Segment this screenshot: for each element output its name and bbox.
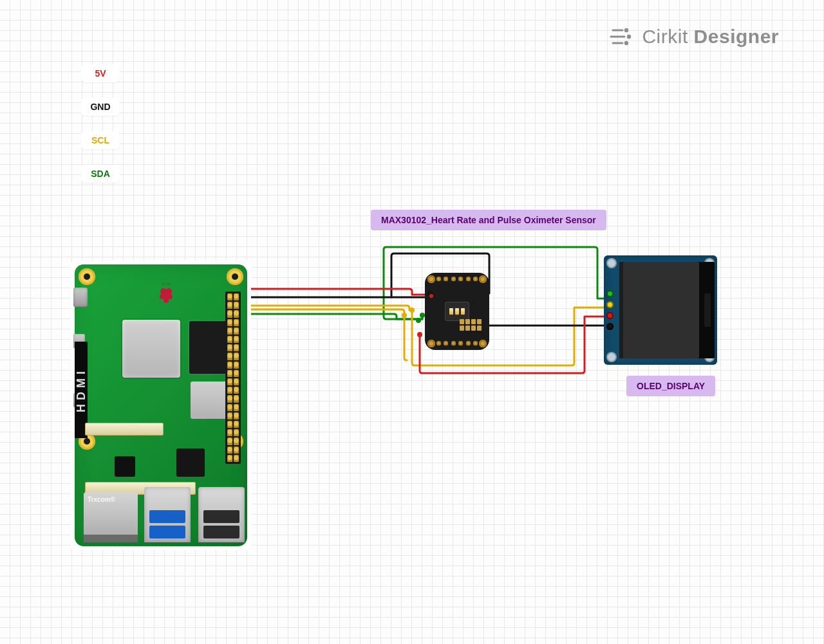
header-pads-bottom [436, 341, 478, 346]
mount-hole-icon [606, 352, 617, 362]
mount-hole-icon [79, 268, 95, 285]
oled-pin-gnd [608, 324, 612, 329]
oled-pin-header [608, 291, 612, 329]
svg-point-7 [167, 294, 173, 299]
raspberry-logo-icon [157, 281, 175, 306]
svg-point-8 [164, 298, 169, 303]
svg-point-1 [627, 35, 631, 39]
legend-gnd: GND [81, 98, 120, 116]
io-chip-icon [176, 448, 205, 477]
svg-point-15 [417, 332, 422, 337]
raspberry-pi-5[interactable]: HDMI [71, 261, 251, 550]
mount-hole-icon [227, 268, 243, 285]
usb3-port-icon [144, 487, 191, 542]
smd-components-icon [460, 319, 482, 331]
usb-c-port-icon [73, 288, 88, 307]
brand-watermark: Cirkit Designer [610, 26, 779, 48]
header-pads-top [436, 277, 478, 282]
label-oled[interactable]: OLED_DISPLAY [626, 376, 715, 396]
oled-display[interactable] [604, 255, 717, 365]
svg-point-12 [402, 313, 407, 318]
svg-point-6 [160, 294, 165, 299]
svg-point-13 [420, 313, 425, 318]
ethernet-port-icon [84, 492, 138, 542]
diagram-canvas[interactable]: Cirkit Designer 5V GND SCL SDA [0, 0, 824, 644]
mount-hole-icon [427, 275, 435, 283]
svg-point-2 [624, 41, 628, 45]
max30102-pcb [425, 273, 489, 350]
brand-logo-icon [610, 26, 635, 48]
rpi-pcb: HDMI [75, 264, 247, 546]
soc-chip-icon [122, 320, 180, 378]
oled-pin-sda [608, 291, 612, 296]
legend-5v: 5V [81, 64, 120, 82]
gpio-header[interactable] [225, 291, 241, 464]
mount-hole-icon [606, 258, 617, 268]
brand-text: Cirkit Designer [642, 26, 779, 48]
fpc-connector-icon [85, 423, 164, 436]
label-max30102[interactable]: MAX30102_Heart Rate and Pulse Oximeter S… [371, 210, 606, 230]
svg-point-0 [624, 28, 628, 32]
optical-sensor-icon [445, 302, 469, 320]
ram-chip-icon [189, 321, 228, 374]
brand-name-part1: Cirkit [642, 26, 693, 47]
max30102-sensor[interactable] [425, 273, 489, 350]
rf-shield-icon [191, 382, 228, 419]
oled-pin-vcc [608, 313, 612, 318]
usb2-port-icon [198, 487, 245, 542]
mount-hole-icon [479, 340, 487, 347]
brand-name-part2: Designer [694, 26, 779, 47]
pmic-chip-icon [115, 456, 135, 477]
mount-hole-icon [427, 340, 435, 347]
pin-legend: 5V GND SCL SDA [81, 64, 120, 183]
svg-point-14 [416, 318, 421, 323]
svg-point-11 [409, 308, 415, 313]
oled-screen-icon [619, 262, 715, 358]
legend-sda: SDA [81, 165, 120, 183]
legend-scl: SCL [81, 131, 120, 149]
mount-hole-icon [479, 275, 487, 283]
oled-pin-scl [608, 302, 612, 307]
